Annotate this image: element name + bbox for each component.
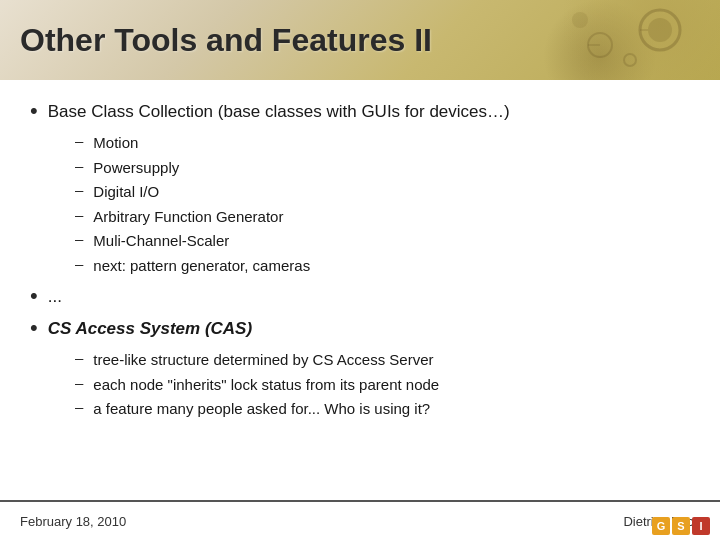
sub-item-tree: – tree-like structure determined by CS A…: [75, 349, 690, 372]
slide-header: Other Tools and Features II: [0, 0, 720, 80]
sub-text-digital: Digital I/O: [93, 181, 159, 204]
footer-date: February 18, 2010: [20, 514, 126, 529]
svg-point-3: [572, 12, 588, 28]
sub-dash-3: –: [75, 181, 83, 198]
gsi-logo-g: G: [652, 517, 670, 535]
sub-items-3: – tree-like structure determined by CS A…: [75, 349, 690, 421]
sub-dash-9: –: [75, 398, 83, 415]
bullet-item-3: • CS Access System (CAS): [30, 317, 690, 341]
sub-item-next: – next: pattern generator, cameras: [75, 255, 690, 278]
bullet-text-2: ...: [48, 285, 62, 309]
slide-title: Other Tools and Features II: [20, 22, 432, 59]
sub-dash-1: –: [75, 132, 83, 149]
bullet-dot-3: •: [30, 315, 38, 341]
bullet-text-1: Base Class Collection (base classes with…: [48, 100, 510, 124]
sub-text-powersupply: Powersupply: [93, 157, 179, 180]
sub-text-arbitrary: Arbitrary Function Generator: [93, 206, 283, 229]
sub-dash-8: –: [75, 374, 83, 391]
sub-text-tree: tree-like structure determined by CS Acc…: [93, 349, 433, 372]
sub-dash-5: –: [75, 230, 83, 247]
sub-items-1: – Motion – Powersupply – Digital I/O – A…: [75, 132, 690, 277]
slide-footer: February 18, 2010 Dietrich Beck G S I: [0, 500, 720, 540]
sub-text-feature: a feature many people asked for... Who i…: [93, 398, 430, 421]
svg-point-1: [648, 18, 672, 42]
sub-item-muli: – Muli-Channel-Scaler: [75, 230, 690, 253]
bullet-item-2: • ...: [30, 285, 690, 309]
sub-item-feature: – a feature many people asked for... Who…: [75, 398, 690, 421]
gsi-logo-s: S: [672, 517, 690, 535]
sub-dash-2: –: [75, 157, 83, 174]
slide: Other Tools and Features II • Base Class…: [0, 0, 720, 540]
sub-text-next: next: pattern generator, cameras: [93, 255, 310, 278]
sub-dash-7: –: [75, 349, 83, 366]
gsi-logo-i: I: [692, 517, 710, 535]
slide-content: • Base Class Collection (base classes wi…: [0, 80, 720, 439]
sub-item-node: – each node "inherits" lock status from …: [75, 374, 690, 397]
sub-item-motion: – Motion: [75, 132, 690, 155]
sub-item-digital: – Digital I/O: [75, 181, 690, 204]
bullet-text-3: CS Access System (CAS): [48, 317, 252, 341]
sub-dash-6: –: [75, 255, 83, 272]
cas-bold-label: CS Access System (CAS): [48, 319, 252, 338]
sub-item-powersupply: – Powersupply: [75, 157, 690, 180]
bullet-item-1: • Base Class Collection (base classes wi…: [30, 100, 690, 124]
bullet-dot-2: •: [30, 283, 38, 309]
sub-text-muli: Muli-Channel-Scaler: [93, 230, 229, 253]
header-decoration: [500, 5, 700, 75]
sub-item-arbitrary: – Arbitrary Function Generator: [75, 206, 690, 229]
sub-text-node: each node "inherits" lock status from it…: [93, 374, 439, 397]
sub-text-motion: Motion: [93, 132, 138, 155]
gsi-logo: G S I: [652, 517, 710, 535]
svg-point-4: [624, 54, 636, 66]
bullet-dot-1: •: [30, 98, 38, 124]
sub-dash-4: –: [75, 206, 83, 223]
